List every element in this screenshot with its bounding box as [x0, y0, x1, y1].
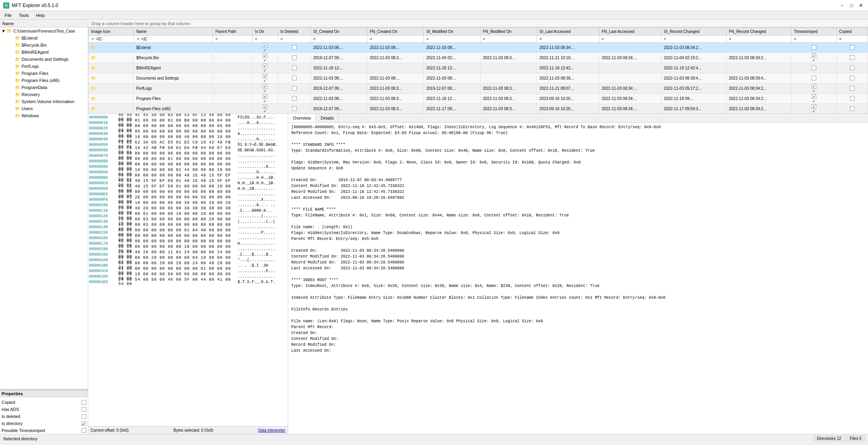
hex-ascii: ........H.H._ïØ. [238, 176, 275, 180]
prop-checkbox[interactable] [82, 400, 86, 405]
table-row[interactable]: 📁 Program Files . ✓ 2022-11-03 08:... 20… [89, 94, 868, 104]
filter-copied: = [837, 36, 868, 43]
col-fn-accessed[interactable]: FN_Last Accessed [599, 28, 661, 36]
menu-tools[interactable]: Tools [16, 12, 32, 18]
directories-count: 12 [837, 436, 841, 441]
statusbar-right: Directories 12 Files 0 [814, 436, 865, 441]
filter-image-value: =|C [96, 37, 102, 41]
files-btn[interactable]: Files 0 [846, 436, 865, 441]
cell-fn-record: 2022-11-03 08:34:2... [726, 94, 792, 104]
folder-icon: 📁 [15, 99, 20, 104]
tree-item[interactable]: 📁$WinREAgent [0, 49, 88, 56]
hex-addr: 00000070 [89, 154, 118, 158]
col-copied[interactable]: Copied [837, 28, 868, 36]
col-image-icon[interactable]: Image Icon [89, 28, 134, 36]
maximize-button[interactable]: □ [848, 2, 855, 9]
col-parent-path[interactable]: Parent Path [213, 28, 252, 36]
prop-checkbox[interactable] [82, 414, 86, 419]
cell-isdir: ✓ [252, 53, 278, 63]
hex-ascii: ................ [238, 274, 275, 279]
col-si-accessed[interactable]: SI_Last Accessed [537, 28, 599, 36]
col-fn-modified[interactable]: FN_Modified On [480, 28, 537, 36]
hex-ascii: ..........P..... [238, 231, 275, 235]
directories-btn[interactable]: Directories 12 [814, 436, 845, 441]
details-panel: Overview Details [00000005-00000005, Ent… [288, 114, 868, 434]
filter-name[interactable]: ▼ =|C [134, 36, 213, 43]
col-timestomped[interactable]: Timestomped [792, 28, 837, 36]
hex-addr: 00000150 [89, 231, 118, 235]
cell-isdir: ✓ [252, 63, 278, 73]
hex-addr: 000000C0 [89, 181, 118, 185]
tree-item[interactable]: 📁Recovery [0, 91, 88, 98]
table-row[interactable]: 📁 $Recycle.Bin . ✓ 2019-12-07 09:... 202… [89, 53, 868, 63]
tree-root[interactable]: ▼ 📁 C:\Users\user\Forensics\Test_Case [0, 27, 88, 35]
col-si-created[interactable]: SI_Created On [311, 28, 367, 36]
hex-addr: 00000100 [89, 203, 118, 207]
tab-details[interactable]: Details [316, 114, 339, 122]
checkbox-cell [292, 86, 297, 91]
tree-item[interactable]: 📁Program Files [0, 70, 88, 77]
tree-item[interactable]: 📁Program Files (x86) [0, 77, 88, 84]
menu-help[interactable]: Help [33, 12, 48, 18]
checkbox-cell [292, 65, 297, 70]
tree-item[interactable]: 📁$Extend [0, 35, 88, 42]
cell-fn-accessed [599, 43, 661, 53]
tree-item[interactable]: 📁$Recycle.Bin [0, 42, 88, 49]
prop-checkbox[interactable] [82, 407, 86, 412]
cell-si-created: 2019-12-07 09:... [311, 84, 367, 94]
cell-fn-modified [480, 43, 537, 53]
cell-fn-record: 2022-11-03 08:34:2... [726, 53, 792, 63]
tree-item[interactable]: 📁Users [0, 105, 88, 112]
col-fn-created[interactable]: FN_Created On [367, 28, 424, 36]
table-row[interactable]: 📁 $Extend . ✓ 2022-11-03 08:... 2022-11-… [89, 43, 868, 53]
table-row[interactable]: 📁 PerfLogs . ✓ 2019-12-07 09:... 2022-11… [89, 84, 868, 94]
prop-label: Is deleted [2, 414, 82, 419]
col-is-dir[interactable]: Is Dir [252, 28, 278, 36]
data-interpreter-btn[interactable]: Data interpreter [258, 428, 285, 432]
hex-content[interactable]: 0000000046 49 4C 45 30 00 03 00 53 6F 13… [88, 114, 288, 426]
cell-si-created: 2019-12-07 09:... [311, 53, 367, 63]
filter-image[interactable]: ▼ =|C [89, 36, 134, 43]
prop-label: Has ADS [2, 407, 82, 412]
files-count: 0 [859, 436, 861, 441]
tab-overview[interactable]: Overview [288, 114, 316, 122]
data-grid-container[interactable]: Image Icon Name Parent Path Is Dir Is De… [88, 27, 868, 114]
drag-hint: Drag a column header here to group by th… [88, 20, 868, 27]
menu-file[interactable]: File [2, 12, 15, 18]
folder-cell-icon: 📁 [91, 96, 96, 101]
table-row[interactable]: 📁 Documents and Settings . ✓ 2022-11-03 … [89, 73, 868, 84]
details-content[interactable]: [00000005-00000005, Entry-seq #: 0x5-0x5… [288, 123, 868, 434]
col-is-deleted[interactable]: Is Deleted [278, 28, 311, 36]
minimize-button[interactable]: − [838, 2, 846, 9]
checkbox-cell: ✓ [263, 43, 267, 48]
filter-sicreated: = [311, 36, 367, 43]
table-row[interactable]: 📁 Program Files (x86) . ✓ 2019-12-07 09:… [89, 104, 868, 114]
col-si-record[interactable]: SI_Record Changed [661, 28, 726, 36]
col-fn-record[interactable]: FN_Record Changed [726, 28, 792, 36]
close-button[interactable]: ✕ [857, 2, 865, 9]
hex-offset: Current offset: 0 (0x0) [91, 428, 129, 432]
prop-checkbox[interactable]: ✓ [82, 421, 86, 426]
tree-item[interactable]: 📁Windows [0, 112, 88, 119]
hex-ascii: .. . .$.I .30 [238, 263, 268, 268]
tree-item[interactable]: 📁System Volume Information [0, 98, 88, 105]
tree-item[interactable]: 📁Documents and Settings [0, 56, 88, 63]
hex-bytes: 24 00 54 00 58 00 46 00 5F 00 44 00 41 0… [118, 278, 236, 286]
cell-image: 📁 [89, 94, 134, 104]
cell-name: Program Files [134, 94, 213, 104]
prop-checkbox[interactable] [82, 428, 86, 433]
menubar: File Tools Help [0, 11, 868, 20]
app-title: MFT Explorer v0.5.1.0 [12, 3, 58, 8]
hex-addr: 00000110 [89, 209, 118, 213]
table-row[interactable]: 📁 $WinREAgent . ✓ 2022-11-18 12:... 2022… [89, 63, 868, 73]
hex-addr: 00000120 [89, 214, 118, 218]
hex-addr: 000001D0 [89, 274, 118, 279]
window-controls: − □ ✕ [838, 2, 865, 9]
col-si-modified[interactable]: SI_Modified On [424, 28, 480, 36]
tree-item[interactable]: 📁ProgramData [0, 84, 88, 91]
col-name[interactable]: Name [134, 28, 213, 36]
tree-expand-root[interactable]: ▼ [1, 29, 6, 33]
tree-item[interactable]: 📁PerfLogs [0, 63, 88, 70]
cell-isdir: ✓ [252, 43, 278, 53]
hex-addr: 000000B0 [89, 176, 118, 180]
